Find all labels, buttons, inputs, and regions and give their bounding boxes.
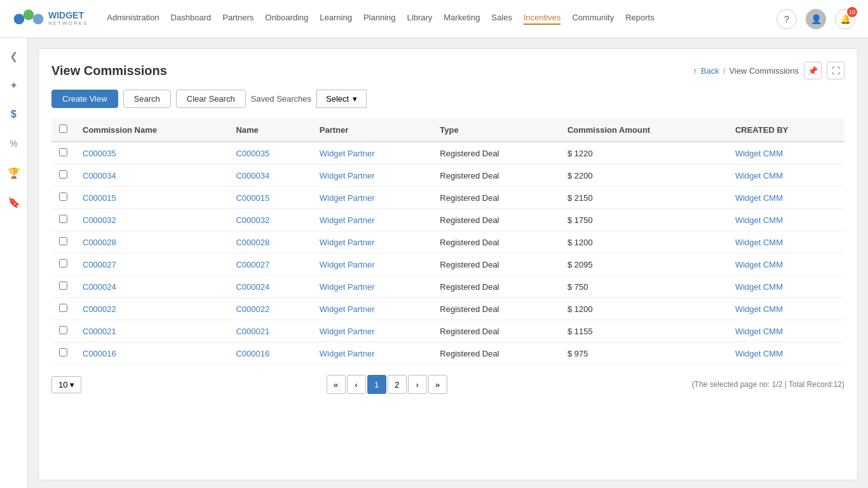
search-button[interactable]: Search: [123, 90, 171, 108]
page-next-button[interactable]: ›: [408, 375, 427, 394]
created-by-link[interactable]: Widget CMM: [735, 304, 783, 314]
commission-name-link[interactable]: C000028: [83, 238, 116, 247]
name-link[interactable]: C000021: [236, 327, 269, 336]
commission-name-link[interactable]: C000032: [83, 215, 116, 225]
commission-name-link[interactable]: C000027: [83, 260, 116, 269]
row-checkbox-3[interactable]: [59, 215, 67, 223]
page-first-button[interactable]: «: [327, 375, 346, 394]
page-1-button[interactable]: 1: [367, 375, 386, 394]
commission-name-link[interactable]: C000021: [83, 327, 116, 336]
row-checkbox-7[interactable]: [59, 304, 67, 312]
select-all-checkbox[interactable]: [59, 125, 67, 133]
row-checkbox-6[interactable]: [59, 281, 67, 290]
row-checkbox-cell[interactable]: [51, 209, 75, 231]
name-link[interactable]: C000024: [236, 282, 269, 292]
created-by-link[interactable]: Widget CMM: [735, 260, 783, 269]
dollar-icon[interactable]: $: [3, 103, 25, 126]
row-checkbox-cell[interactable]: [51, 254, 75, 276]
commission-name-link[interactable]: C000024: [83, 282, 116, 292]
nav-learning[interactable]: Learning: [320, 13, 352, 25]
created-by-link[interactable]: Widget CMM: [735, 215, 783, 225]
notifications-button[interactable]: 🔔 10: [835, 9, 855, 29]
partner-link[interactable]: Widget Partner: [320, 238, 375, 247]
trophy-icon[interactable]: 🏆: [3, 161, 25, 184]
nav-administration[interactable]: Administration: [107, 13, 159, 25]
created-by-link[interactable]: Widget CMM: [735, 238, 783, 247]
created-by-link[interactable]: Widget CMM: [735, 282, 783, 292]
nav-library[interactable]: Library: [407, 13, 433, 25]
commission-name-link[interactable]: C000034: [83, 171, 116, 180]
row-checkbox-8[interactable]: [59, 326, 67, 334]
nav-community[interactable]: Community: [572, 13, 614, 25]
nav-reports[interactable]: Reports: [625, 13, 654, 25]
created-by-link[interactable]: Widget CMM: [735, 327, 783, 336]
row-checkbox-cell[interactable]: [51, 342, 75, 365]
logo[interactable]: WIDGET NETWORKS: [13, 6, 88, 32]
commission-name-link[interactable]: C000035: [83, 149, 116, 158]
row-checkbox-cell[interactable]: [51, 142, 75, 165]
nav-marketing[interactable]: Marketing: [444, 13, 480, 25]
created-by-link[interactable]: Widget CMM: [735, 171, 783, 180]
partner-link[interactable]: Widget Partner: [320, 304, 375, 314]
partner-link[interactable]: Widget Partner: [320, 327, 375, 336]
nav-incentives[interactable]: Incentives: [524, 13, 561, 25]
collapse-sidebar-button[interactable]: ❮: [3, 44, 25, 67]
page-size-button[interactable]: 10 ▾: [51, 376, 81, 393]
nav-partners[interactable]: Partners: [222, 13, 254, 25]
pin-button[interactable]: 📌: [804, 62, 822, 79]
partner-link[interactable]: Widget Partner: [320, 149, 375, 158]
partner-link[interactable]: Widget Partner: [320, 349, 375, 358]
create-view-button[interactable]: Create View: [51, 90, 118, 108]
page-prev-button[interactable]: ‹: [347, 375, 366, 394]
name-link[interactable]: C000032: [236, 215, 269, 225]
page-last-button[interactable]: »: [428, 375, 447, 394]
select-all-header[interactable]: [51, 118, 75, 142]
partner-link[interactable]: Widget Partner: [320, 193, 375, 203]
row-checkbox-2[interactable]: [59, 193, 67, 201]
row-checkbox-cell[interactable]: [51, 187, 75, 209]
created-by-link[interactable]: Widget CMM: [735, 193, 783, 203]
row-checkbox-0[interactable]: [59, 148, 67, 156]
user-avatar[interactable]: 👤: [806, 9, 826, 29]
row-created-by: Widget CMM: [728, 342, 844, 365]
breadcrumb-back-link[interactable]: Back: [701, 66, 719, 76]
created-by-link[interactable]: Widget CMM: [735, 149, 783, 158]
help-button[interactable]: ?: [776, 9, 797, 29]
row-checkbox-cell[interactable]: [51, 320, 75, 342]
clear-search-button[interactable]: Clear Search: [176, 90, 246, 108]
partner-link[interactable]: Widget Partner: [320, 215, 375, 225]
row-checkbox-9[interactable]: [59, 348, 67, 356]
name-link[interactable]: C000028: [236, 238, 269, 247]
commission-name-link[interactable]: C000016: [83, 349, 116, 358]
row-checkbox-5[interactable]: [59, 259, 67, 268]
name-link[interactable]: C000015: [236, 193, 269, 203]
expand-button[interactable]: ⛶: [827, 62, 844, 79]
nav-onboarding[interactable]: Onboarding: [265, 13, 308, 25]
commission-name-link[interactable]: C000022: [83, 304, 116, 314]
nav-planning[interactable]: Planning: [363, 13, 396, 25]
select-dropdown-button[interactable]: Select ▾: [316, 90, 367, 108]
partner-link[interactable]: Widget Partner: [320, 171, 375, 180]
row-checkbox-cell[interactable]: [51, 165, 75, 187]
badge-icon[interactable]: 🔖: [3, 191, 25, 214]
row-checkbox-cell[interactable]: [51, 298, 75, 320]
partner-link[interactable]: Widget Partner: [320, 260, 375, 269]
row-checkbox-cell[interactable]: [51, 231, 75, 254]
percent-icon[interactable]: %: [3, 132, 25, 155]
name-link[interactable]: C000027: [236, 260, 269, 269]
page-size-value: 10: [58, 380, 67, 390]
settings-icon[interactable]: ✦: [3, 74, 25, 97]
partner-link[interactable]: Widget Partner: [320, 282, 375, 292]
name-link[interactable]: C000034: [236, 171, 269, 180]
row-checkbox-1[interactable]: [59, 170, 67, 179]
page-2-button[interactable]: 2: [388, 375, 407, 394]
nav-sales[interactable]: Sales: [491, 13, 512, 25]
name-link[interactable]: C000016: [236, 349, 269, 358]
created-by-link[interactable]: Widget CMM: [735, 349, 783, 358]
row-checkbox-4[interactable]: [59, 237, 67, 245]
nav-dashboard[interactable]: Dashboard: [171, 13, 212, 25]
commission-name-link[interactable]: C000015: [83, 193, 116, 203]
name-link[interactable]: C000035: [236, 149, 269, 158]
name-link[interactable]: C000022: [236, 304, 269, 314]
row-checkbox-cell[interactable]: [51, 276, 75, 298]
